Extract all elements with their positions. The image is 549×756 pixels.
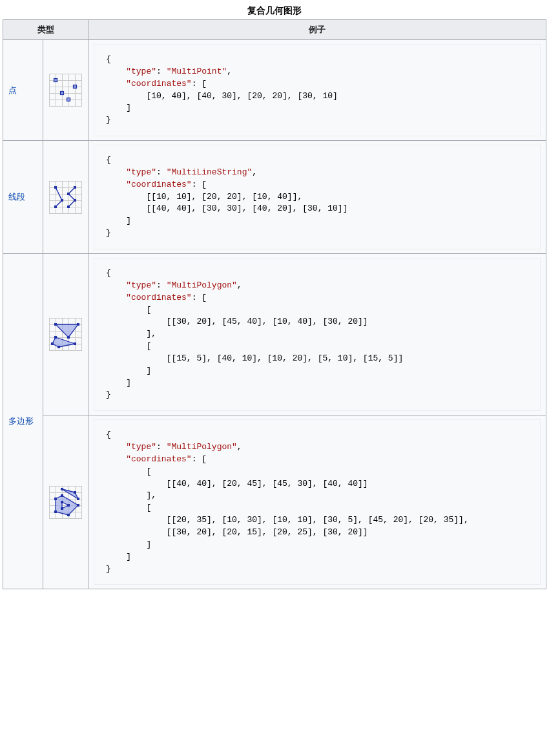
svg-marker-48 [52, 337, 75, 347]
code-multipolygon-2: { "type": "MultiPolygon", "coordinates":… [94, 419, 541, 585]
svg-rect-78 [61, 507, 63, 510]
svg-rect-55 [51, 342, 54, 345]
geometry-table: 复合几何图形 类型 例子 点 [3, 3, 546, 589]
svg-rect-33 [74, 199, 76, 202]
table-row: 多边形 { [3, 253, 546, 415]
table-caption: 复合几何图形 [3, 3, 546, 19]
multipolygon-hole-icon [49, 486, 82, 519]
svg-rect-32 [67, 193, 70, 195]
svg-rect-29 [61, 199, 63, 202]
svg-rect-14 [61, 92, 64, 95]
svg-rect-34 [67, 205, 70, 208]
multipoint-icon [49, 74, 82, 107]
img-cell-multipoint [43, 40, 88, 141]
link-point[interactable]: 点 [8, 85, 17, 95]
type-cell-polygon: 多边形 [3, 253, 43, 589]
svg-rect-79 [61, 501, 63, 503]
svg-rect-28 [54, 205, 57, 208]
header-type: 类型 [3, 20, 88, 40]
svg-rect-73 [54, 498, 57, 500]
type-cell-line: 线段 [3, 141, 43, 254]
svg-rect-76 [77, 504, 79, 507]
img-cell-multilinestring [43, 141, 88, 254]
svg-rect-52 [57, 346, 60, 348]
img-cell-multipolygon-1 [43, 253, 88, 415]
svg-rect-54 [54, 336, 57, 339]
link-line[interactable]: 线段 [8, 192, 25, 202]
svg-rect-51 [54, 323, 57, 326]
svg-rect-77 [67, 504, 70, 507]
svg-rect-53 [74, 342, 76, 345]
code-multipoint: { "type": "MultiPoint", "coordinates": [… [94, 44, 541, 136]
code-cell-multipolygon-1: { "type": "MultiPolygon", "coordinates":… [88, 253, 546, 415]
table-row: { "type": "MultiPolygon", "coordinates":… [3, 415, 546, 589]
header-example: 例子 [88, 20, 546, 40]
type-cell-point: 点 [3, 40, 43, 141]
multipolygon-icon [49, 318, 82, 351]
multilinestring-icon [49, 181, 82, 214]
svg-rect-71 [77, 498, 79, 500]
svg-rect-49 [67, 336, 70, 339]
code-cell-multipolygon-2: { "type": "MultiPolygon", "coordinates":… [88, 415, 546, 589]
table-row: 点 { "type": "MultiPoint", [3, 40, 546, 141]
svg-rect-69 [74, 491, 76, 494]
svg-rect-12 [54, 79, 57, 82]
link-polygon[interactable]: 多边形 [8, 416, 34, 426]
svg-rect-74 [54, 510, 57, 513]
svg-rect-13 [74, 85, 77, 89]
code-cell-multipoint: { "type": "MultiPoint", "coordinates": [… [88, 40, 546, 141]
code-multilinestring: { "type": "MultiLineString", "coordinate… [94, 145, 541, 249]
svg-rect-15 [67, 98, 70, 101]
img-cell-multipolygon-2 [43, 415, 88, 589]
table-row: 线段 { " [3, 141, 546, 254]
code-cell-multilinestring: { "type": "MultiLineString", "coordinate… [88, 141, 546, 254]
svg-rect-72 [61, 494, 63, 497]
svg-rect-30 [54, 186, 57, 189]
svg-rect-31 [74, 186, 76, 189]
code-multipolygon-1: { "type": "MultiPolygon", "coordinates":… [94, 258, 541, 411]
svg-rect-50 [77, 323, 79, 326]
svg-rect-70 [61, 488, 63, 490]
svg-rect-75 [67, 514, 70, 516]
